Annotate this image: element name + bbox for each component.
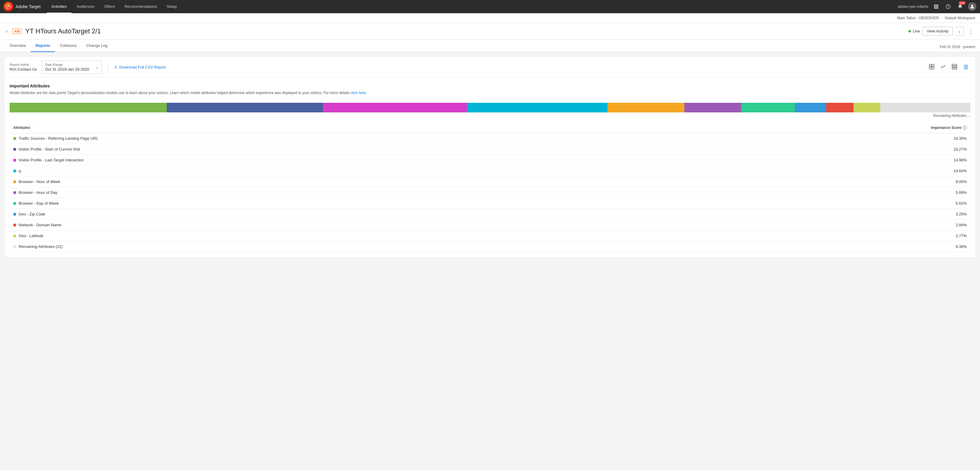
attributes-table: Attributes Importance Score i — [10, 123, 970, 252]
nav-right: adobe-ryan-roberts ? — [898, 2, 977, 11]
bar-segment — [741, 103, 795, 112]
workspace: Default Workspace — [945, 16, 975, 20]
page-header: ‹ A/B YT HTours AutoTarget 2/1 Live View… — [0, 23, 980, 40]
notification-icon[interactable]: 168 — [956, 2, 964, 11]
table-view-button[interactable] — [927, 63, 936, 72]
tabs: Overview Reports Collisions Change Log — [5, 40, 112, 52]
attribute-color-dot — [13, 159, 16, 162]
attribute-color-dot — [13, 202, 16, 205]
grid-icon[interactable] — [932, 2, 940, 11]
svg-rect-9 — [937, 8, 938, 9]
section-title: Important Attributes — [10, 84, 970, 88]
attribute-score: 3.25% — [665, 209, 970, 220]
download-label: Download Full CSV Report — [119, 65, 166, 69]
col-attribute-header: Attributes — [10, 123, 665, 133]
sub-header: Mark Talbot - OBSERVER Default Workspace — [0, 13, 980, 23]
table-row: Remaining Attributes (22) 9.38% — [10, 241, 970, 252]
attribute-name: Geo - Zip Code — [10, 209, 665, 220]
svg-rect-19 — [952, 68, 957, 69]
svg-rect-2 — [935, 5, 937, 6]
nav-audiences[interactable]: Audiences — [72, 0, 99, 13]
stacked-bar — [10, 103, 970, 112]
report-metric-box: Report metric Rch Contact Us — [10, 63, 37, 72]
report-metric-value: Rch Contact Us — [10, 67, 37, 72]
svg-rect-15 — [929, 67, 931, 69]
table-row: Browser - Hour of Week 8.00% — [10, 177, 970, 187]
attribute-color-dot — [13, 180, 16, 183]
attribute-score: 2.77% — [665, 231, 970, 241]
attribute-color-dot — [13, 234, 16, 237]
nav-setup[interactable]: Setup — [162, 0, 182, 13]
status-label: Live — [913, 29, 920, 33]
svg-rect-18 — [952, 66, 957, 67]
attribute-name: Geo - Latitude — [10, 231, 665, 241]
attribute-score: 14.64% — [665, 166, 970, 177]
more-options-button[interactable]: ⋮ — [966, 27, 975, 36]
download-csv-button[interactable]: ⇓ Download Full CSV Report — [114, 65, 166, 69]
status-dot — [908, 30, 911, 32]
tab-reports[interactable]: Reports — [31, 40, 55, 52]
tab-change-log[interactable]: Change Log — [81, 40, 112, 52]
svg-rect-3 — [937, 5, 938, 6]
list-view-button[interactable] — [950, 63, 959, 72]
importance-info-icon[interactable]: i — [963, 126, 967, 130]
bar-segment — [167, 103, 323, 112]
nav-offers[interactable]: Offers — [99, 0, 119, 13]
attribute-color-dot — [13, 245, 16, 248]
bar-segment — [10, 103, 167, 112]
nav-username: adobe-ryan-roberts — [898, 5, 928, 9]
attribute-score: 2.84% — [665, 220, 970, 231]
attributes-table-container: Attributes Importance Score i — [10, 123, 970, 252]
attribute-color-dot — [13, 137, 16, 140]
attribute-score: 8.00% — [665, 177, 970, 187]
user-avatar[interactable] — [968, 2, 977, 11]
nav-activities[interactable]: Activities — [46, 0, 72, 13]
chart-view-button[interactable] — [939, 63, 948, 72]
svg-rect-16 — [932, 67, 934, 69]
chevron-down-icon: ⌄ — [95, 65, 99, 69]
bar-segment — [854, 103, 880, 112]
svg-rect-5 — [935, 6, 937, 7]
attribute-score: 14.98% — [665, 155, 970, 166]
attribute-color-dot — [13, 191, 16, 194]
tab-collisions[interactable]: Collisions — [55, 40, 81, 52]
click-here-link[interactable]: click here. — [351, 91, 367, 95]
top-nav: Adobe Target Activities Audiences Offers… — [0, 0, 980, 13]
bar-segment — [684, 103, 741, 112]
svg-rect-14 — [932, 64, 934, 67]
table-row: Network - Domain Name 2.84% — [10, 220, 970, 231]
view-activity-button[interactable]: View Activity — [922, 27, 953, 35]
svg-rect-17 — [952, 64, 957, 65]
col-importance-header: Importance Score i — [665, 123, 970, 133]
reports-toolbar: Report metric Rch Contact Us Date Range … — [5, 57, 975, 78]
svg-rect-13 — [929, 64, 931, 67]
bar-view-button[interactable] — [961, 63, 970, 72]
attribute-color-dot — [13, 223, 16, 226]
app-name: Adobe Target — [16, 4, 41, 9]
view-activity-dropdown[interactable]: ⌄ — [955, 27, 964, 35]
attribute-name: Browser - Hour of Day — [10, 187, 665, 198]
tab-overview[interactable]: Overview — [5, 40, 31, 52]
attribute-name: Network - Domain Name — [10, 220, 665, 231]
bar-segment — [467, 103, 608, 112]
main-nav: Activities Audiences Offers Recommendati… — [46, 0, 898, 13]
attribute-name: q — [10, 166, 665, 177]
important-attributes-section: Important Attributes Model Attributes ar… — [5, 78, 975, 257]
date-range-label: Date Range — [45, 63, 89, 67]
stacked-bar-wrapper: Remaining Attributes ... — [10, 103, 970, 118]
attribute-name: Browser - Hour of Week — [10, 177, 665, 187]
back-button[interactable]: ‹ — [5, 27, 9, 35]
status-indicator: Live — [908, 29, 920, 33]
date-range-selector[interactable]: Date Range Oct 31 2019-Jan 29 2020 ⌄ — [42, 61, 102, 73]
nav-recommendations[interactable]: Recommendations — [119, 0, 162, 13]
bar-segment — [795, 103, 826, 112]
svg-rect-1 — [934, 5, 935, 6]
help-icon[interactable]: ? — [944, 2, 952, 11]
tab-date-range: Feb 01 2018 - present — [940, 45, 975, 52]
attribute-name: Remaining Attributes (22) — [10, 241, 665, 252]
attribute-name: Traffic Sources - Referring Landing Page… — [10, 133, 665, 144]
app-logo[interactable]: Adobe Target — [3, 2, 41, 11]
notification-count: 168 — [959, 1, 966, 5]
svg-rect-6 — [937, 6, 938, 7]
logo-icon — [3, 2, 13, 11]
